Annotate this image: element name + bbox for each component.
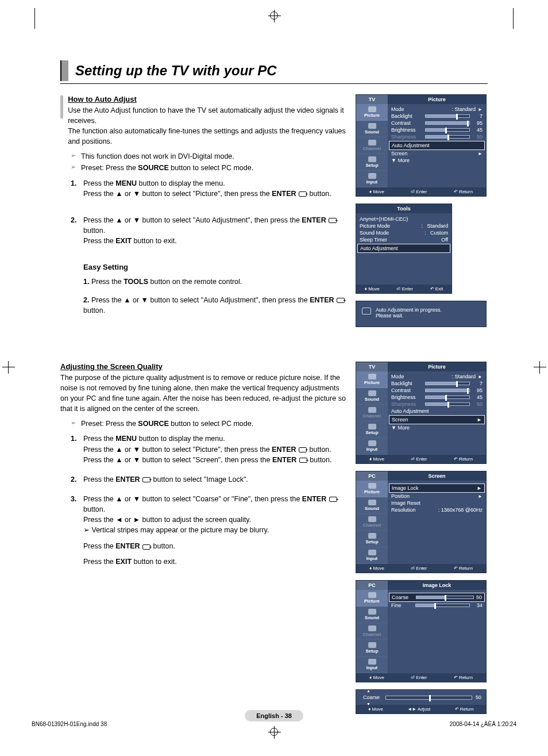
step-2: 2. Press the ▲ or ▼ button to select "Au…	[71, 215, 349, 246]
osd-picture-panel-2: TVPicture Picture Sound Channel Setup In…	[356, 362, 487, 464]
step-1: 1. Press the MENU button to display the …	[71, 433, 349, 465]
note-item: Preset: Press the SOURCE button to selec…	[71, 163, 349, 173]
crop-mark-icon	[8, 361, 9, 374]
osd-coarse-row[interactable]: Coarse50	[389, 593, 485, 602]
tools-auto-adjustment-row[interactable]: Auto Adjustment	[357, 244, 450, 253]
osd-coarse-adjust[interactable]: Coarse 50 ♦ Move◄► Adjust↶ Return	[356, 689, 487, 714]
page-number: English - 38	[245, 710, 303, 722]
print-footer: BN68-01392H-01Eng.indd 382008-04-14 ¿ÀÈÄ…	[32, 721, 516, 727]
trim-mark	[34, 8, 35, 29]
step-3: 3. Press the ▲ or ▼ button to select "Co…	[71, 494, 349, 567]
trim-mark	[513, 8, 514, 29]
osd-auto-adjustment-row[interactable]: Auto Adjustment	[389, 141, 485, 150]
enter-icon	[299, 458, 307, 463]
easy-setting-heading: Easy Setting	[83, 262, 349, 273]
osd-screen-panel: PCScreen Picture Sound Channel Setup Inp…	[356, 471, 487, 573]
registration-mark-icon	[270, 11, 278, 20]
osd-image-lock-row[interactable]: Image Lock►	[389, 483, 485, 493]
osd-message-panel: Auto Adjustment in progress.Please wait.	[356, 301, 487, 327]
easy-step-2: 2. Press the ▲ or ▼ button to select "Au…	[83, 295, 349, 316]
registration-mark-icon	[270, 728, 278, 736]
nav-input[interactable]: Input	[356, 171, 388, 187]
nav-picture[interactable]: Picture	[356, 104, 388, 121]
nav-channel[interactable]: Channel	[356, 137, 388, 154]
step-1: 1. Press the MENU button to display the …	[71, 178, 349, 199]
info-icon	[362, 308, 371, 314]
enter-icon	[337, 298, 345, 303]
note-item: This function does not work in DVI-Digit…	[71, 151, 349, 162]
enter-icon	[142, 477, 150, 482]
enter-icon	[142, 544, 150, 550]
subheading-auto-adjust: How to Auto Adjust	[68, 94, 349, 105]
enter-icon	[329, 218, 337, 223]
osd-screen-row[interactable]: Screen►	[389, 415, 485, 424]
enter-icon	[299, 191, 307, 197]
enter-icon	[329, 497, 337, 502]
nav-setup[interactable]: Setup	[356, 154, 388, 171]
enter-icon	[299, 447, 307, 452]
osd-image-lock-panel: PCImage Lock Picture Sound Channel Setup…	[356, 580, 487, 682]
section-title: Setting up the TV with your PC	[60, 60, 488, 81]
osd-picture-panel: TVPicture Picture Sound Channel Setup In…	[356, 94, 487, 197]
crop-mark-icon	[539, 361, 540, 374]
step-2: 2. Press the ENTER button to select "Ima…	[71, 474, 349, 485]
nav-sound[interactable]: Sound	[356, 121, 388, 137]
page: Setting up the TV with your PC How to Au…	[0, 0, 548, 756]
easy-step-1: 1. Press the TOOLS button on the remote …	[83, 277, 349, 287]
subheading-screen-quality: Adjusting the Screen Quality	[60, 362, 349, 373]
osd-tools-panel: Tools Anynet+(HDMI-CEC) Picture Mode: St…	[356, 204, 452, 294]
note-item: Preset: Press the SOURCE button to selec…	[71, 419, 349, 429]
